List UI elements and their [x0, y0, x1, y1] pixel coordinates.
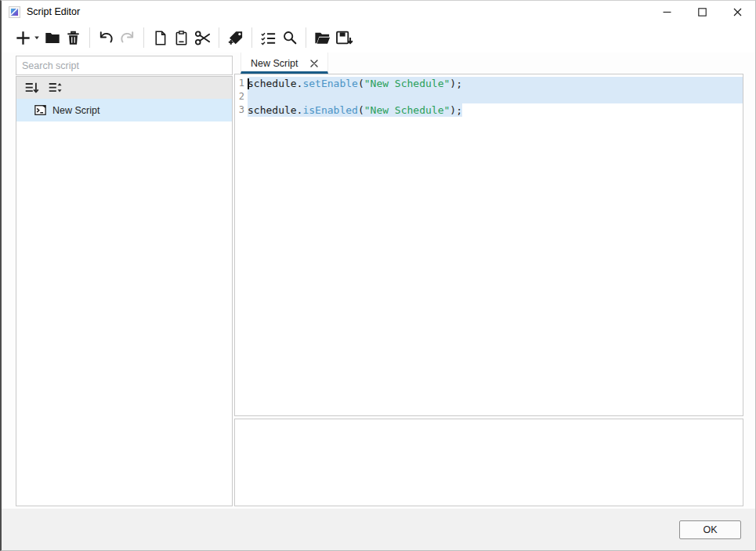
editor-tab-bar: New Script: [234, 53, 741, 74]
code-token: "New Schedule": [364, 103, 450, 117]
sidebar-item[interactable]: New Script: [16, 99, 232, 121]
sort-updown-icon[interactable]: [46, 79, 63, 96]
toolbar-button-trash[interactable]: [63, 26, 84, 49]
paste-clipboard-icon: [173, 30, 190, 46]
toolbar-separator: [306, 27, 306, 48]
tab-close-icon[interactable]: [310, 60, 318, 67]
search-icon: [281, 29, 298, 46]
sidebar-item-label: New Script: [52, 105, 99, 116]
output-panel: [234, 419, 743, 506]
code-editor[interactable]: 1schedule.setEnable("New Schedule");23sc…: [234, 74, 743, 416]
cut-scissors-icon: [194, 29, 212, 47]
code-token: );: [450, 77, 462, 90]
undo-icon: [97, 29, 115, 47]
script-list-panel: New Script: [16, 76, 233, 506]
maximize-button[interactable]: [685, 1, 720, 23]
toolbar-button-redo: [117, 26, 138, 49]
toolbar-button-cut-scissors[interactable]: [192, 26, 213, 49]
toolbar: [2, 23, 755, 53]
sort-desc-icon[interactable]: [23, 79, 40, 96]
toolbar-button-undo[interactable]: [96, 26, 117, 49]
toolbar-separator: [89, 27, 90, 48]
line-number: 1: [235, 77, 248, 90]
dropdown-caret-icon[interactable]: [34, 34, 40, 41]
toolbar-separator: [219, 27, 219, 48]
script-file-icon: [34, 103, 47, 117]
close-icon: [733, 8, 742, 16]
copy-page-icon: [152, 30, 168, 46]
folder-icon: [44, 29, 61, 46]
toolbar-button-copy-page[interactable]: [150, 26, 171, 49]
toolbar-button-search[interactable]: [279, 26, 300, 49]
line-number: 2: [235, 90, 248, 103]
code-token: setEnable: [302, 77, 357, 90]
close-button[interactable]: [720, 1, 755, 23]
code-token: "New Schedule": [364, 77, 450, 90]
code-token: isEnabled: [302, 103, 357, 117]
code-line[interactable]: 2: [235, 90, 743, 103]
minimize-button[interactable]: [649, 1, 685, 23]
code-line-text: schedule.setEnable("New Schedule");: [248, 77, 743, 90]
redo-icon: [118, 29, 136, 47]
minimize-icon: [663, 8, 671, 16]
code-token: schedule.: [248, 103, 302, 117]
window-title: Script Editor: [27, 6, 80, 17]
code-token: schedule.: [248, 77, 302, 90]
script-list: New Script: [16, 99, 232, 506]
script-list-header: [16, 77, 232, 99]
code-line[interactable]: 1schedule.setEnable("New Schedule");: [235, 77, 743, 90]
script-editor-window: Script Editor New Script New Script 1sch…: [0, 0, 756, 551]
code-token: (: [358, 103, 364, 117]
new-plus-icon: [14, 29, 32, 47]
toolbar-button-new-plus[interactable]: [13, 26, 42, 49]
tab-label: New Script: [251, 58, 298, 69]
app-logo-icon: [9, 6, 20, 18]
toolbar-button-checklist[interactable]: [258, 26, 279, 49]
footer-bar: OK: [2, 509, 755, 550]
toolbar-button-open-folder[interactable]: [312, 26, 333, 49]
code-line-text: schedule.isEnabled("New Schedule");: [248, 103, 462, 117]
code-token: (: [358, 77, 364, 90]
title-bar: Script Editor: [2, 1, 755, 23]
toolbar-button-add-tag[interactable]: [225, 26, 246, 49]
line-number: 3: [235, 103, 248, 117]
code-line[interactable]: 3schedule.isEnabled("New Schedule");: [235, 103, 743, 117]
checklist-icon: [259, 29, 277, 47]
code-token: );: [450, 103, 462, 117]
ok-button[interactable]: OK: [679, 520, 741, 539]
code-line-text: [248, 90, 743, 103]
trash-icon: [65, 30, 81, 46]
open-folder-icon: [313, 29, 331, 47]
toolbar-button-folder[interactable]: [42, 26, 63, 49]
toolbar-separator: [143, 27, 144, 48]
search-input[interactable]: [16, 56, 233, 75]
toolbar-button-paste-clipboard[interactable]: [171, 26, 192, 49]
toolbar-separator: [251, 27, 252, 48]
toolbar-button-save-export[interactable]: [333, 26, 355, 49]
add-tag-icon: [226, 29, 244, 47]
editor-tab[interactable]: New Script: [241, 53, 328, 74]
save-export-icon: [335, 29, 353, 46]
maximize-icon: [698, 8, 707, 16]
